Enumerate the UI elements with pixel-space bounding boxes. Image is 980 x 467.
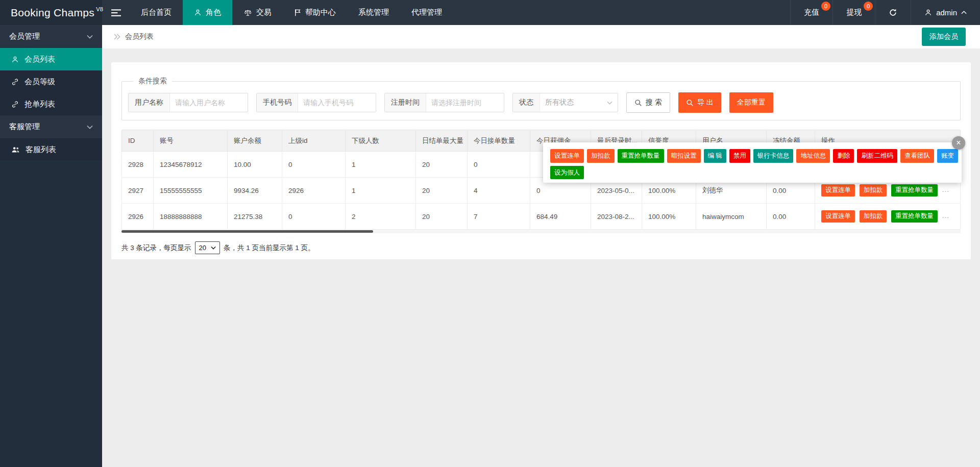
sidebar-group-customer-service-label: 客服管理 [9,122,40,132]
popup-btn-set-fake-user[interactable]: 设为假人 [550,166,584,180]
reset-all-button[interactable]: 全部重置 [729,92,773,113]
actions-cell: 设置连单 加扣款 重置抢单数量 ... [815,204,961,230]
cell-username: haiwaiymcom [696,204,767,230]
search-button[interactable]: 搜 索 [626,92,670,113]
recharge-button[interactable]: 充值 0 [790,0,832,25]
nav-item-system-management-label: 系统管理 [358,8,389,17]
cell-today-orders: 4 [468,178,530,204]
popup-btn-disable[interactable]: 禁用 [729,149,750,163]
cell-daily-max: 20 [416,178,468,204]
users-icon [11,146,20,153]
recharge-badge: 0 [821,2,830,11]
popup-actions-row-1: 设置连单 加扣款 重置抢单数量 暗扣设置 编 辑 禁用 银行卡信息 地址信息 删… [550,149,957,163]
sidebar-item-customer-service-list[interactable]: 客服列表 [0,138,102,161]
cell-parent-id: 0 [282,204,346,230]
refresh-button[interactable] [875,0,911,25]
sidebar-group-customer-service[interactable]: 客服管理 [0,115,102,138]
popup-btn-delete[interactable]: 删除 [833,149,854,163]
action-add-deduct-button[interactable]: 加扣款 [860,184,887,196]
cell-subordinates: 1 [346,178,416,204]
user-icon [11,56,19,63]
app-logo-version: V8 [96,6,103,12]
sidebar-item-grab-order-list[interactable]: 抢单列表 [0,93,102,115]
sidebar-item-member-level-label: 会员等级 [24,77,55,87]
username-filter-label: 用户名称 [129,93,170,112]
register-time-filter-input[interactable] [426,93,504,112]
popup-btn-edit[interactable]: 编 辑 [704,149,726,163]
app-logo: Booking Champs V8 [0,0,102,25]
search-icon [686,99,694,107]
flag-icon [294,9,301,16]
popup-btn-refresh-qrcode[interactable]: 刷新二维码 [857,149,897,163]
export-button[interactable]: 导 出 [678,92,721,113]
chevron-up-icon [961,11,967,14]
nav-item-agent-management[interactable]: 代理管理 [400,0,453,25]
action-add-deduct-button[interactable]: 加扣款 [860,210,887,223]
username-filter-input[interactable] [170,93,248,112]
chevron-down-icon [211,246,216,250]
search-icon [634,99,642,107]
horizontal-scrollbar-thumb[interactable] [121,230,373,233]
phone-filter-input[interactable] [298,93,376,112]
chevron-down-icon [87,125,93,129]
nav-item-home[interactable]: 后台首页 [130,0,183,25]
popup-btn-account-change[interactable]: 账变 [937,149,958,163]
top-navbar: Booking Champs V8 后台首页 角色 交易 帮助中心 系统管理 代… [0,0,980,25]
status-filter-select[interactable]: 所有状态 [540,93,618,112]
withdraw-button[interactable]: 提现 0 [832,0,875,25]
status-filter-label: 状态 [513,93,540,112]
table-row: 2926 18888888888 21275.38 0 2 20 7 684.4… [122,204,961,230]
sidebar-item-member-list-label: 会员列表 [24,55,55,64]
popup-btn-hidden-deduct-settings[interactable]: 暗扣设置 [667,149,701,163]
popup-btn-add-deduct[interactable]: 加扣款 [587,149,615,163]
cell-subordinates: 1 [346,152,416,178]
recharge-label: 充值 [804,8,819,17]
page-size-select[interactable]: 20 [195,241,220,254]
cell-balance: 10.00 [228,152,282,178]
popup-btn-address-info[interactable]: 地址信息 [796,149,830,163]
nav-item-home-label: 后台首页 [141,8,172,17]
export-button-label: 导 出 [697,98,714,107]
cell-account: 12345678912 [154,152,228,178]
popup-btn-view-team[interactable]: 查看团队 [900,149,934,163]
sidebar: 会员管理 会员列表 会员等级 抢单列表 客服管理 客服列表 [0,25,102,467]
sidebar-item-grab-order-list-label: 抢单列表 [24,100,55,109]
popup-btn-reset-grab-count[interactable]: 重置抢单数量 [618,149,664,163]
action-set-series-button[interactable]: 设置连单 [821,210,855,223]
action-set-series-button[interactable]: 设置连单 [821,184,855,196]
sidebar-item-customer-service-list-label: 客服列表 [26,145,56,155]
status-filter-group: 状态 所有状态 [512,93,618,112]
cell-daily-max: 20 [416,152,468,178]
cell-account: 15555555555 [154,178,228,204]
nav-item-help-center[interactable]: 帮助中心 [283,0,347,25]
cell-account: 18888888888 [154,204,228,230]
action-more-button[interactable]: ... [942,212,949,219]
cell-subordinates: 2 [346,204,416,230]
app-logo-text: Booking Champs [11,7,94,19]
popup-btn-bank-card-info[interactable]: 银行卡信息 [753,149,794,163]
username-filter-group: 用户名称 [128,93,248,112]
nav-item-system-management[interactable]: 系统管理 [347,0,400,25]
horizontal-scrollbar [121,230,961,233]
chevron-down-icon [87,35,93,39]
popup-btn-set-series[interactable]: 设置连单 [550,149,584,163]
nav-item-roles[interactable]: 角色 [183,0,232,25]
action-reset-grab-count-button[interactable]: 重置抢单数量 [891,184,938,196]
add-member-button[interactable]: 添加会员 [922,28,966,46]
page-title: 会员列表 [125,32,154,41]
close-icon[interactable]: × [952,136,965,150]
action-reset-grab-count-button[interactable]: 重置抢单数量 [891,210,938,223]
pagination-total-prefix: 共 3 条记录，每页显示 [121,243,191,253]
action-more-button[interactable]: ... [942,186,949,193]
sidebar-item-member-level[interactable]: 会员等级 [0,70,102,93]
sidebar-group-member-management[interactable]: 会员管理 [0,25,102,48]
nav-item-transactions[interactable]: 交易 [232,0,283,25]
user-menu[interactable]: admin [911,0,980,25]
sidebar-toggle-button[interactable] [102,0,130,25]
sidebar-item-member-list[interactable]: 会员列表 [0,48,102,70]
breadcrumb-caret-icon [113,34,120,40]
search-panel-legend: 条件搜索 [133,77,172,86]
cell-balance: 21275.38 [228,204,282,230]
cell-id: 2928 [122,152,154,178]
link-icon [11,101,19,108]
